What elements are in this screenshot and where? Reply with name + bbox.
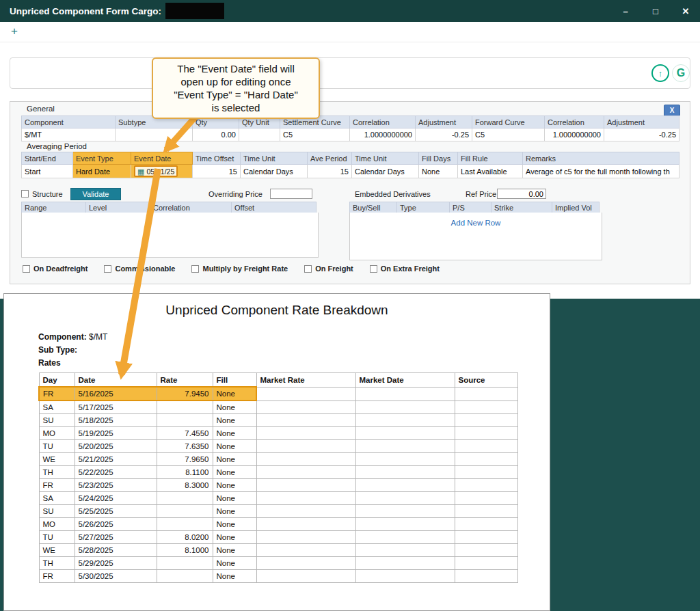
cell: SA — [39, 400, 75, 414]
ref-price-input[interactable] — [497, 189, 546, 199]
grammarly-icon[interactable]: G — [672, 64, 690, 82]
cell — [157, 492, 213, 505]
status-icon[interactable]: ↑ — [651, 64, 669, 82]
overriding-price-input[interactable] — [270, 189, 312, 199]
checkbox[interactable] — [304, 265, 312, 273]
cell: 5/26/2025 — [75, 518, 157, 531]
table-row: WE5/28/20258.1000None — [39, 544, 517, 557]
cell: TH — [39, 557, 75, 570]
table-row: $/MT0.00C51.0000000000-0.25C51.000000000… — [22, 128, 679, 141]
grid-cell[interactable]: -0.25 — [416, 128, 472, 141]
grid-cell[interactable] — [239, 128, 280, 141]
cell: 5/23/2025 — [75, 479, 157, 492]
checkbox[interactable] — [104, 265, 111, 273]
grid-cell[interactable]: Calendar Days — [352, 165, 419, 178]
minimize-button[interactable]: – — [621, 6, 630, 16]
column-header: Correlation — [350, 116, 416, 128]
grid-cell[interactable]: Calendar Days — [241, 165, 308, 178]
grid-cell[interactable]: 15 — [193, 165, 241, 178]
column-header: Offset — [231, 202, 317, 213]
cell — [256, 440, 355, 453]
component-value: $/MT — [89, 332, 107, 342]
header-row: Start/EndEvent TypeEvent DateTime Offset… — [22, 152, 679, 165]
cell: 5/28/2025 — [75, 544, 157, 557]
validate-button[interactable]: Validate — [70, 188, 121, 200]
cell: None — [213, 505, 256, 518]
overriding-price-label: Overriding Price — [208, 190, 262, 198]
cell — [355, 544, 455, 557]
table-row: MO5/19/20257.4550None — [39, 427, 517, 440]
cell — [455, 557, 517, 570]
add-button[interactable]: + — [11, 25, 18, 38]
freight-checkbox-row: On DeadfreightCommissionableMultiply by … — [23, 264, 440, 273]
column-header: Range — [21, 202, 86, 213]
cell — [455, 479, 517, 492]
cell — [355, 518, 455, 531]
cell: MO — [39, 427, 75, 440]
checkbox-option[interactable]: On Freight — [304, 264, 353, 273]
grid-cell[interactable]: 1.0000000000 — [350, 128, 416, 141]
grid-cell[interactable]: 15 — [308, 165, 352, 178]
cell — [455, 531, 517, 544]
cell: None — [213, 557, 256, 570]
cell: 5/30/2025 — [75, 570, 157, 583]
panel-close-button[interactable]: X — [664, 105, 680, 116]
grid-cell[interactable]: -0.25 — [604, 128, 679, 141]
checkbox[interactable] — [191, 265, 199, 273]
cell — [256, 557, 355, 570]
column-header: Fill Days — [419, 152, 458, 165]
column-header: Component — [22, 116, 116, 128]
cell: 5/22/2025 — [75, 466, 157, 479]
derivatives-table-body: Add New Row — [349, 213, 602, 260]
main-window: Unpriced Component Form Cargo: – □ ✕ + ↑… — [0, 0, 700, 299]
cell — [355, 387, 455, 400]
rates-table: DayDateRateFillMarket RateMarket DateSou… — [38, 372, 518, 583]
column-header: Correlation — [150, 202, 232, 213]
checkbox-option[interactable]: Commissionable — [104, 264, 175, 273]
grid-cell[interactable]: None — [419, 165, 458, 178]
grid-cell[interactable]: 1.0000000000 — [545, 128, 604, 141]
cell — [355, 400, 455, 414]
column-header: Buy/Sell — [349, 202, 397, 213]
cell: 5/17/2025 — [75, 400, 157, 414]
checkbox-option[interactable]: On Extra Freight — [370, 264, 440, 273]
cell: None — [213, 466, 256, 479]
cell — [355, 557, 455, 570]
checkbox-option[interactable]: Multiply by Freight Rate — [191, 264, 288, 273]
event-date-input[interactable]: ▦05/01/25 — [134, 165, 178, 177]
cell — [256, 518, 355, 531]
add-new-row-link[interactable]: Add New Row — [451, 219, 501, 227]
breakdown-title: Unpriced Component Rate Breakdown — [4, 303, 550, 318]
cell: None — [213, 479, 256, 492]
event-date-cell[interactable]: ▦05/01/25 — [131, 165, 193, 178]
grid-cell[interactable]: 0.00 — [193, 128, 239, 141]
structure-checkbox[interactable] — [21, 190, 29, 198]
checkbox-option[interactable]: On Deadfreight — [23, 264, 88, 273]
rates-line: Rates — [38, 358, 61, 368]
grid-cell[interactable]: $/MT — [22, 128, 116, 141]
grid-cell[interactable]: Hard Date — [73, 165, 131, 178]
grid-cell[interactable] — [116, 128, 193, 141]
cell — [455, 453, 517, 466]
table-row: TH5/22/20258.1100None — [39, 466, 517, 479]
grid-cell[interactable]: Average of c5 for the full month followi… — [523, 165, 679, 178]
cell — [355, 440, 455, 453]
column-header: Start/End — [22, 152, 73, 165]
grid-cell[interactable]: C5 — [280, 128, 350, 141]
checkbox[interactable] — [370, 265, 377, 273]
table-row: TU5/27/20258.0200None — [39, 531, 517, 544]
grid-cell[interactable]: Start — [22, 165, 73, 178]
calendar-icon[interactable]: ▦ — [137, 168, 144, 175]
grid-cell[interactable]: C5 — [472, 128, 545, 141]
maximize-button[interactable]: □ — [651, 6, 660, 16]
ref-price-label: Ref Price — [466, 190, 496, 198]
cell: 8.1100 — [157, 466, 213, 479]
checkbox[interactable] — [23, 265, 30, 273]
close-button[interactable]: ✕ — [681, 6, 690, 16]
cell: TU — [39, 531, 75, 544]
callout-line: open up for editing once — [157, 75, 314, 88]
grid-cell[interactable]: Last Available — [458, 165, 523, 178]
cell: 7.9650 — [157, 453, 213, 466]
column-header: Adjustment — [416, 116, 472, 128]
cell: None — [213, 427, 256, 440]
